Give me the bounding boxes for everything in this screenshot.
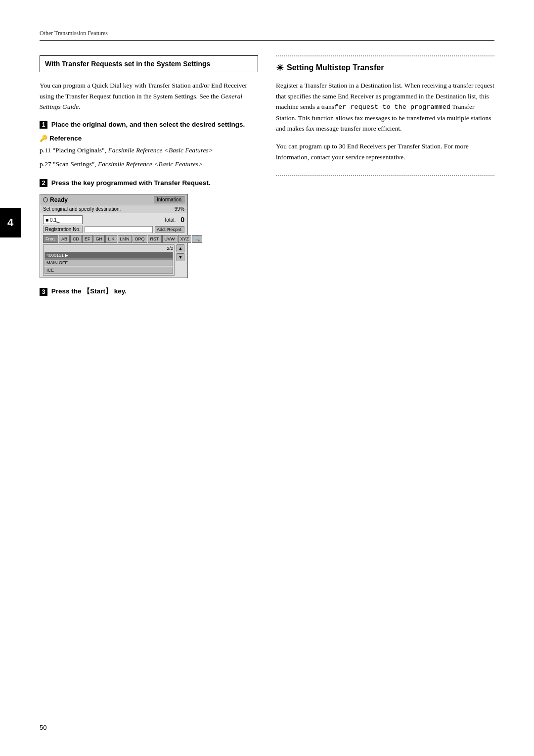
screen-subtitle-bar: Set original and specify destination. 99… bbox=[40, 205, 187, 213]
screen-subtitle-text: Set original and specify destination. bbox=[43, 206, 121, 212]
search-icon: 🔍 bbox=[194, 236, 200, 241]
tab-cd[interactable]: CD bbox=[70, 235, 82, 243]
section-box-title: With Transfer Requests set in the System… bbox=[45, 60, 253, 68]
tab-ijk[interactable]: I..K bbox=[105, 235, 117, 243]
step-3-number: 3 bbox=[40, 288, 47, 296]
scroll-up-button[interactable]: ▲ bbox=[177, 244, 184, 252]
right-section-title: ☀ Setting Multistep Transfer bbox=[276, 62, 494, 73]
tab-opq[interactable]: OPQ bbox=[133, 235, 147, 243]
list-item-3[interactable]: ICE bbox=[44, 267, 173, 274]
tab-lmn[interactable]: LMN bbox=[118, 235, 132, 243]
step-2-text: Press the key programmed with Transfer R… bbox=[51, 179, 211, 187]
tab-ab[interactable]: AB bbox=[59, 235, 70, 243]
breadcrumb: Other Transmission Features bbox=[40, 30, 108, 37]
screen-top-bar: Ready Information bbox=[40, 194, 187, 205]
screen-fax-input[interactable]: ■ 0.1_ bbox=[43, 215, 83, 224]
screen-scroll-buttons: ▲ ▼ bbox=[177, 244, 184, 276]
scroll-down-button[interactable]: ▼ bbox=[177, 253, 184, 261]
tab-freq[interactable]: Freq. bbox=[43, 235, 58, 243]
tab-ef[interactable]: EF bbox=[82, 235, 93, 243]
step-3-text: Press the 【Start】 key. bbox=[51, 287, 127, 295]
screen-mockup: Ready Information Set original and speci… bbox=[40, 194, 188, 278]
reference-section: 🔑 Reference p.11 "Placing Originals", Fa… bbox=[40, 135, 258, 169]
total-value: 0 bbox=[180, 216, 184, 224]
screen-ready-status: Ready bbox=[43, 196, 68, 203]
right-column: ☀ Setting Multistep Transfer Register a … bbox=[276, 55, 494, 302]
tab-gh[interactable]: GH bbox=[93, 235, 105, 243]
screen-tabs: Freq. AB CD EF GH I..K LMN OPQ RST UVW X… bbox=[43, 235, 184, 243]
screen-info-button[interactable]: Information bbox=[154, 196, 184, 203]
section-title-box: With Transfer Requests set in the System… bbox=[40, 55, 258, 72]
sun-icon: ☀ bbox=[276, 62, 284, 73]
two-column-layout: With Transfer Requests set in the System… bbox=[40, 55, 494, 302]
ready-label: Ready bbox=[50, 196, 68, 203]
reference-label: Reference bbox=[49, 135, 82, 142]
right-para-2: You can program up to 30 End Receivers p… bbox=[276, 141, 494, 162]
screen-total-row: ■ 0.1_ Total: 0 bbox=[43, 215, 184, 224]
ready-circle-icon bbox=[43, 197, 48, 202]
reference-item-2-italic: Facsimile Reference <Basic Features> bbox=[98, 160, 203, 168]
tab-xyz[interactable]: XYZ bbox=[178, 235, 192, 243]
list-item-2[interactable]: MAIN OFF bbox=[44, 259, 173, 266]
page: 4 Other Transmission Features With Trans… bbox=[0, 0, 534, 756]
tab-search[interactable]: 🔍 bbox=[192, 235, 202, 243]
screen-body: ■ 0.1_ Total: 0 Registration No. Add. Re… bbox=[40, 213, 187, 278]
right-section-wrapper: ☀ Setting Multistep Transfer Register a … bbox=[276, 55, 494, 176]
screen-list-area: 2/2 4000151 ▶ MAIN OFF ICE bbox=[43, 244, 184, 276]
header: Other Transmission Features bbox=[40, 30, 494, 41]
right-section-heading: Setting Multistep Transfer bbox=[287, 63, 384, 72]
screen-registration-row: Registration No. Add. Recpnt. bbox=[43, 226, 184, 233]
intro-paragraph: You can program a Quick Dial key with Tr… bbox=[40, 80, 258, 112]
step-3: 3 Press the 【Start】 key. bbox=[40, 286, 258, 297]
chapter-number: 4 bbox=[7, 216, 13, 229]
tab-rst[interactable]: RST bbox=[148, 235, 162, 243]
info-btn-label: Information bbox=[157, 197, 181, 202]
mono-text-segment: fer request to the programmed bbox=[334, 103, 450, 111]
add-btn-label: Add. Recpnt. bbox=[157, 227, 182, 232]
page-number: 50 bbox=[40, 724, 46, 731]
reg-input[interactable] bbox=[85, 226, 153, 233]
reference-item-2: p.27 "Scan Settings", Facsimile Referenc… bbox=[40, 159, 258, 170]
fax-input-value: ■ 0.1_ bbox=[45, 217, 59, 223]
reference-title: 🔑 Reference bbox=[40, 135, 258, 142]
screen-memory-indicator: 99% bbox=[175, 206, 184, 212]
step-1: 1 Place the original down, and then sele… bbox=[40, 119, 258, 130]
list-item-1[interactable]: 4000151 ▶ bbox=[44, 252, 173, 259]
step-2: 2 Press the key programmed with Transfer… bbox=[40, 178, 258, 189]
reference-item-1-italic: Facsimile Reference <Basic Features> bbox=[108, 146, 213, 154]
screen-contact-list: 2/2 4000151 ▶ MAIN OFF ICE bbox=[43, 244, 175, 276]
reg-label: Registration No. bbox=[43, 226, 83, 233]
step-1-number: 1 bbox=[40, 121, 47, 129]
step-2-number: 2 bbox=[40, 179, 47, 187]
tab-uvw[interactable]: UVW bbox=[162, 235, 178, 243]
reference-item-1: p.11 "Placing Originals", Facsimile Refe… bbox=[40, 145, 258, 156]
key-icon: 🔑 bbox=[40, 135, 47, 142]
add-recipient-button[interactable]: Add. Recpnt. bbox=[155, 226, 184, 233]
intro-italic: General Settings Guide bbox=[40, 93, 242, 111]
total-label: Total: bbox=[164, 217, 176, 223]
chapter-tab: 4 bbox=[0, 208, 21, 237]
step-1-text: Place the original down, and then select… bbox=[51, 121, 245, 128]
left-column: With Transfer Requests set in the System… bbox=[40, 55, 258, 302]
screen-page-number: 2/2 bbox=[44, 246, 173, 251]
right-para-1: Register a Transfer Station in a Destina… bbox=[276, 80, 494, 134]
